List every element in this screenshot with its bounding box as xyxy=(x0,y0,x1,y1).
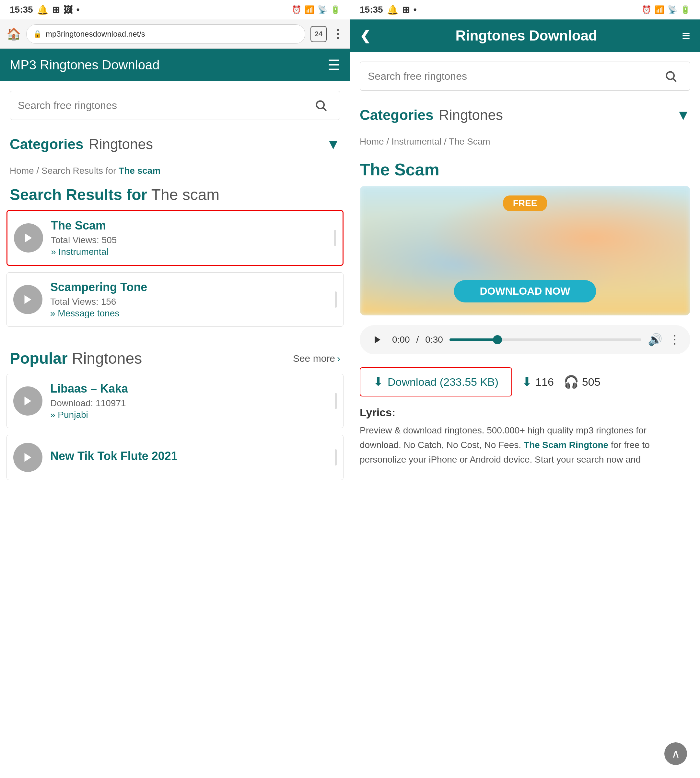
svg-point-0 xyxy=(317,101,324,109)
back-button[interactable]: ❮ xyxy=(360,28,371,43)
grid-icon: ⊞ xyxy=(52,5,60,15)
right-status-bar: 15:35 🔔 ⊞ • ⏰ 📶 📡 🔋 xyxy=(350,0,700,20)
audio-more-icon[interactable]: ⋮ xyxy=(669,333,680,347)
audio-time-total: 0:30 xyxy=(425,334,443,345)
thumbnail-download-btn[interactable]: DOWNLOAD NOW xyxy=(454,280,596,302)
right-breadcrumb-text: Home / Instrumental / The Scam xyxy=(360,137,490,147)
card-info-1: The Scam Total Views: 505 Instrumental xyxy=(51,219,323,257)
browser-menu-icon[interactable]: ⋮ xyxy=(332,27,343,41)
right-page-title: The Scam xyxy=(360,160,440,179)
see-more-link[interactable]: See more › xyxy=(293,353,340,364)
play-count-value: 505 xyxy=(582,376,600,388)
volume-icon[interactable]: 🔊 xyxy=(648,333,662,347)
popular-play-button-2[interactable] xyxy=(13,443,42,472)
right-alarm-icon: ⏰ xyxy=(642,5,652,14)
svg-line-1 xyxy=(323,108,326,111)
right-panel: 15:35 🔔 ⊞ • ⏰ 📶 📡 🔋 ❮ Ringtones Download… xyxy=(350,0,700,778)
left-search-container xyxy=(0,81,350,130)
audio-time-sep: / xyxy=(417,334,419,345)
ringtone-result-2[interactable]: Scampering Tone Total Views: 156 Message… xyxy=(7,272,343,327)
home-icon[interactable]: 🏠 xyxy=(7,27,21,41)
thumbnail-badge: FREE xyxy=(503,195,547,211)
left-categories-labels: Categories Ringtones xyxy=(10,136,153,152)
left-chevron-down-icon[interactable]: ▼ xyxy=(326,136,340,152)
download-icon: ⬇ xyxy=(373,375,383,389)
left-breadcrumb: Home / Search Results for The scam xyxy=(0,159,350,182)
right-search-container xyxy=(350,52,700,100)
popular-header: Popular Ringtones See more › xyxy=(0,343,350,374)
card-title-2[interactable]: Scampering Tone xyxy=(50,280,324,294)
left-breadcrumb-query: The scam xyxy=(118,166,160,176)
popular-item-1[interactable]: Libaas – Kaka Download: 110971 Punjabi xyxy=(7,374,343,428)
left-hamburger-icon[interactable]: ☰ xyxy=(328,57,340,73)
scroll-up-icon: ∧ xyxy=(672,747,680,761)
download-count-value: 116 xyxy=(535,376,554,388)
left-categories-row[interactable]: Categories Ringtones ▼ xyxy=(0,130,350,159)
lock-icon: 🔒 xyxy=(33,30,42,38)
right-wifi-icon: 📶 xyxy=(655,5,664,14)
card-category-2[interactable]: Message tones xyxy=(50,308,324,319)
right-search-box[interactable] xyxy=(360,62,690,91)
audio-progress-thumb[interactable] xyxy=(493,335,502,344)
see-more-text: See more xyxy=(293,353,335,364)
download-section: ⬇ Download (233.55 KB) ⬇ 116 🎧 505 xyxy=(350,364,700,403)
lyrics-highlight[interactable]: The Scam Ringtone xyxy=(524,440,608,450)
tab-count[interactable]: 24 xyxy=(310,26,327,42)
download-count-icon: ⬇ xyxy=(522,375,532,389)
drag-handle-2 xyxy=(335,291,337,308)
left-breadcrumb-text: Home / Search Results for xyxy=(10,166,118,176)
image-icon: 🖼 xyxy=(63,5,73,15)
battery-icon: 🔋 xyxy=(330,5,340,14)
ringtone-result-1[interactable]: The Scam Total Views: 505 Instrumental xyxy=(7,210,343,266)
right-status-right: ⏰ 📶 📡 🔋 xyxy=(642,5,690,14)
left-results-light: The scam xyxy=(151,186,220,203)
popular-card-title-2[interactable]: New Tik Tok Flute 2021 xyxy=(50,449,324,463)
popular-light: Ringtones xyxy=(72,350,142,367)
audio-progress-fill xyxy=(450,339,497,341)
right-notif-icon: 🔔 xyxy=(387,5,398,15)
right-time: 15:35 xyxy=(360,5,383,15)
card-views-2: Total Views: 156 xyxy=(50,297,324,307)
popular-card-stat-1: Download: 110971 xyxy=(50,398,324,409)
popular-play-button-1[interactable] xyxy=(13,386,42,416)
audio-progress-bar[interactable] xyxy=(450,339,641,341)
svg-marker-5 xyxy=(25,453,32,462)
card-title-1[interactable]: The Scam xyxy=(51,219,323,232)
left-status-right: ⏰ 📶 📡 🔋 xyxy=(292,5,340,14)
right-chevron-down-icon[interactable]: ▼ xyxy=(676,107,690,123)
left-time: 15:35 xyxy=(10,5,33,15)
right-thumbnail: FREE DOWNLOAD NOW xyxy=(360,186,690,316)
right-hamburger-icon[interactable]: ≡ xyxy=(682,28,690,44)
left-results-bold: Search Results for xyxy=(10,186,147,203)
right-breadcrumb: Home / Instrumental / The Scam xyxy=(350,130,700,154)
audio-time-current: 0:00 xyxy=(392,334,410,345)
left-search-box[interactable] xyxy=(10,91,340,120)
url-bar[interactable]: 🔒 mp3ringtonesdownload.net/s xyxy=(26,24,305,44)
card-category-1[interactable]: Instrumental xyxy=(51,247,323,257)
download-button[interactable]: ⬇ Download (233.55 KB) xyxy=(360,367,512,396)
download-stat-1: ⬇ 116 xyxy=(522,375,554,389)
left-search-button[interactable] xyxy=(310,94,332,117)
play-button-1[interactable] xyxy=(14,223,43,252)
right-app-title: Ringtones Download xyxy=(455,28,597,44)
right-search-button[interactable] xyxy=(660,65,682,87)
right-categories-labels: Categories Ringtones xyxy=(360,107,503,123)
audio-play-button[interactable] xyxy=(370,332,386,348)
left-status-left: 15:35 🔔 ⊞ 🖼 • xyxy=(10,5,79,15)
right-categories-row[interactable]: Categories Ringtones ▼ xyxy=(350,100,700,130)
popular-card-info-1: Libaas – Kaka Download: 110971 Punjabi xyxy=(50,382,324,420)
right-status-left: 15:35 🔔 ⊞ • xyxy=(360,5,417,15)
popular-bold: Popular xyxy=(10,350,68,367)
play-button-2[interactable] xyxy=(13,285,42,314)
right-search-input[interactable] xyxy=(368,70,654,82)
popular-card-cat-1[interactable]: Punjabi xyxy=(50,410,324,420)
left-search-input[interactable] xyxy=(18,100,304,112)
wifi-icon: 📶 xyxy=(305,5,314,14)
svg-marker-8 xyxy=(375,336,380,344)
download-stat-2: 🎧 505 xyxy=(563,375,600,389)
right-dot-icon: • xyxy=(413,5,417,15)
scroll-to-top-button[interactable]: ∧ xyxy=(664,742,687,765)
popular-card-title-1[interactable]: Libaas – Kaka xyxy=(50,382,324,396)
lyrics-label: Lyrics: xyxy=(360,406,690,419)
popular-item-2[interactable]: New Tik Tok Flute 2021 xyxy=(7,435,343,480)
